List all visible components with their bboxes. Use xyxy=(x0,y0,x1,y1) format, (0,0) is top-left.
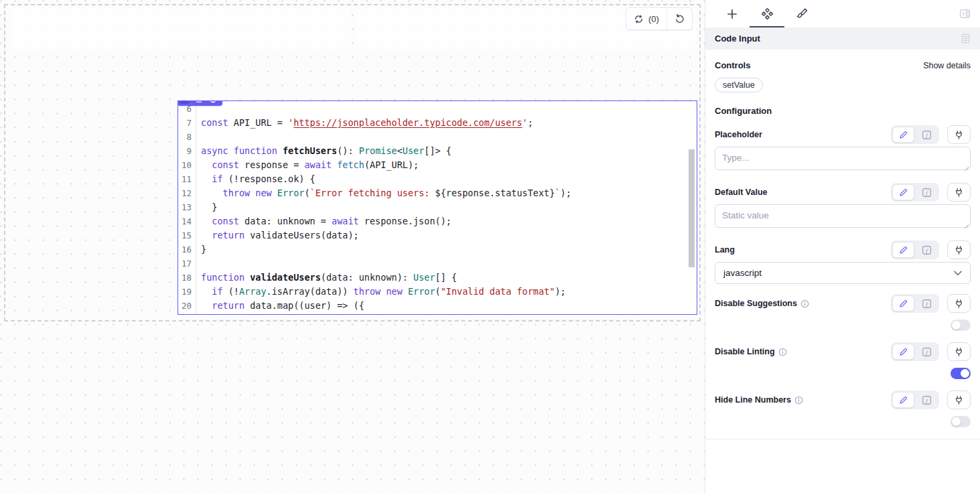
connect-data-button[interactable] xyxy=(947,125,971,144)
pencil-mode-button[interactable] xyxy=(892,392,914,408)
fx-mode-button[interactable]: f xyxy=(916,392,938,408)
code-line[interactable]: 12 throw new Error(`Error fetching users… xyxy=(178,186,697,200)
pencil-icon xyxy=(898,299,908,309)
value-mode-segmented-control: f xyxy=(891,125,939,144)
refresh-button[interactable]: (0) xyxy=(626,8,667,29)
code-line[interactable]: 15 return validateUsers(data); xyxy=(178,228,697,242)
code-line[interactable]: 19 if (!Array.isArray(data)) throw new E… xyxy=(178,285,697,299)
code-line[interactable]: 20 return data.map((user) => ({ xyxy=(178,299,697,313)
default-value-input[interactable] xyxy=(715,204,971,228)
add-tab[interactable] xyxy=(715,0,750,27)
inspector-panel: Code Input Controls Show details setValu… xyxy=(705,0,980,493)
code-input-widget[interactable]: a 67const API_URL = 'https://jsonplaceho… xyxy=(178,100,697,315)
line-number: 11 xyxy=(178,172,196,186)
code-text: function validateUsers(data: unknown): U… xyxy=(196,271,457,285)
svg-text:f: f xyxy=(926,348,928,355)
download-icon[interactable] xyxy=(195,100,203,103)
code-line[interactable]: 17 xyxy=(178,257,697,271)
styles-tab[interactable] xyxy=(784,0,819,27)
svg-text:f: f xyxy=(926,300,928,307)
connect-data-button[interactable] xyxy=(947,342,971,361)
field-label: Disable Suggestions xyxy=(715,299,797,308)
anchor-icon[interactable] xyxy=(209,100,217,103)
collapse-panel-icon xyxy=(959,8,971,19)
widget-title: Code Input xyxy=(715,33,760,44)
code-line[interactable]: 21 xyxy=(178,313,697,315)
code-text: } xyxy=(196,242,206,257)
code-editor[interactable]: 67const API_URL = 'https://jsonplacehold… xyxy=(178,101,697,315)
hide-line-numbers-toggle[interactable] xyxy=(951,416,971,427)
pencil-mode-button[interactable] xyxy=(892,295,914,311)
connect-data-button[interactable] xyxy=(947,183,971,202)
pencil-mode-button[interactable] xyxy=(892,242,914,258)
pencil-icon xyxy=(898,395,908,405)
connect-data-button[interactable] xyxy=(947,391,971,409)
value-mode-segmented-control: f xyxy=(891,391,939,409)
fx-icon: f xyxy=(922,130,932,140)
canvas-toolbar: (0) xyxy=(626,7,693,30)
pencil-mode-button[interactable] xyxy=(892,184,914,200)
disable-linting-toggle[interactable] xyxy=(951,368,971,379)
fx-icon: f xyxy=(922,347,932,357)
fx-mode-button[interactable]: f xyxy=(916,242,938,258)
tabs-spacer xyxy=(819,0,959,27)
code-line[interactable]: 14 const data: unknown = await response.… xyxy=(178,214,697,228)
code-line[interactable]: 7const API_URL = 'https://jsonplaceholde… xyxy=(178,116,697,130)
collapse-panel-button[interactable] xyxy=(959,0,971,27)
document-icon[interactable] xyxy=(961,33,971,44)
field-label: Lang xyxy=(715,245,735,255)
fx-mode-button[interactable]: f xyxy=(916,184,938,200)
code-text: return data.map((user) => ({ xyxy=(196,299,364,313)
code-line[interactable]: 13 } xyxy=(178,200,697,214)
line-number: 21 xyxy=(178,313,196,315)
history-icon xyxy=(675,14,685,24)
code-line[interactable]: 18function validateUsers(data: unknown):… xyxy=(178,271,697,285)
code-text: const API_URL = 'https://jsonplaceholder… xyxy=(196,116,533,130)
line-number: 16 xyxy=(178,242,196,257)
pencil-icon xyxy=(898,245,908,255)
pencil-mode-button[interactable] xyxy=(892,127,914,143)
app-root: (0) a 67const API_URL = 'https://jsonpla… xyxy=(0,0,980,493)
code-text: return validateUsers(data); xyxy=(196,228,359,242)
code-editor-scrollbar[interactable] xyxy=(689,149,695,267)
pencil-icon xyxy=(898,188,908,198)
code-line[interactable]: 16} xyxy=(178,242,697,257)
setvalue-chip[interactable]: setValue xyxy=(715,78,763,92)
fx-mode-button[interactable]: f xyxy=(916,127,938,143)
line-number: 19 xyxy=(178,285,196,299)
placeholder-widget[interactable] xyxy=(12,8,351,50)
line-number: 20 xyxy=(178,299,196,313)
fx-icon: f xyxy=(922,395,932,405)
pencil-mode-button[interactable] xyxy=(892,344,914,360)
config-field-placeholder: Placeholderf xyxy=(715,125,971,173)
history-button[interactable] xyxy=(667,8,692,29)
line-number: 13 xyxy=(178,200,196,214)
config-field-hide-line-numbers: Hide Line Numbersf xyxy=(715,391,971,427)
code-line[interactable]: 11 if (!response.ok) { xyxy=(178,172,697,186)
code-line[interactable]: 9async function fetchUsers(): Promise<Us… xyxy=(178,144,697,158)
field-label: Placeholder xyxy=(715,130,762,139)
code-line[interactable]: 6 xyxy=(178,102,697,116)
editor-canvas[interactable]: (0) a 67const API_URL = 'https://jsonpla… xyxy=(0,0,705,493)
disable-suggestions-toggle[interactable] xyxy=(951,320,971,331)
widget-header: Code Input xyxy=(705,27,980,50)
show-details-link[interactable]: Show details xyxy=(923,61,971,70)
lang-select[interactable]: javascript xyxy=(715,262,971,284)
code-text: async function fetchUsers(): Promise<Use… xyxy=(196,144,451,158)
plug-icon xyxy=(954,395,964,405)
refresh-count: (0) xyxy=(648,14,659,24)
fx-mode-button[interactable]: f xyxy=(916,344,938,360)
config-field-disable-suggestions: Disable Suggestionsf xyxy=(715,294,971,331)
connect-data-button[interactable] xyxy=(947,294,971,313)
fx-icon: f xyxy=(922,299,932,309)
value-mode-segmented-control: f xyxy=(891,183,939,202)
code-text xyxy=(196,257,201,271)
fx-mode-button[interactable]: f xyxy=(916,295,938,311)
connect-data-button[interactable] xyxy=(947,240,971,259)
config-field-disable-linting: Disable Lintingf xyxy=(715,342,971,379)
code-line[interactable]: 10 const response = await fetch(API_URL)… xyxy=(178,158,697,172)
components-tab[interactable] xyxy=(750,0,784,27)
code-line[interactable]: 8 xyxy=(178,130,697,144)
controls-title: Controls xyxy=(715,60,750,70)
placeholder-input[interactable] xyxy=(715,147,971,170)
